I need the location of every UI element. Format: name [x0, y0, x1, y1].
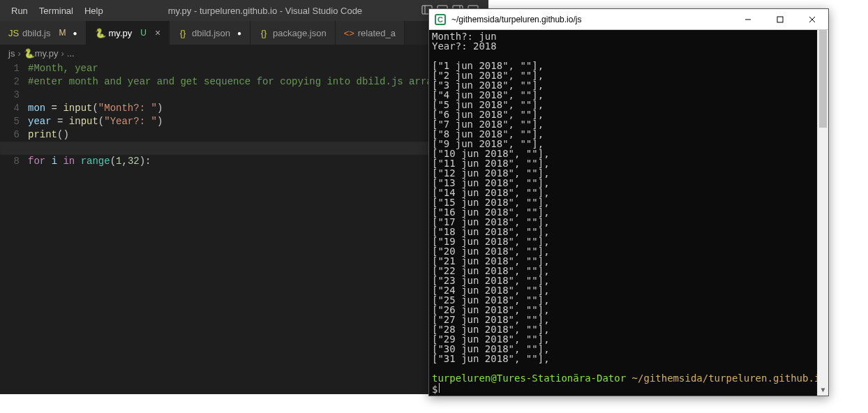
terminal-output-line: ["11 jun 2018", ""], — [432, 158, 825, 168]
tabbar: JSdbild.jsM●🐍my.pyU×{}dbild.json●{}packa… — [0, 21, 488, 45]
code-token: = — [52, 116, 69, 127]
window-title: my.py - turpeluren.github.io - Visual St… — [109, 6, 421, 16]
terminal-output-line: ["18 jun 2018", ""], — [432, 227, 825, 236]
minimize-button[interactable] — [732, 9, 764, 30]
file-icon: <> — [344, 28, 354, 38]
line-number: 3 — [0, 89, 20, 102]
breadcrumb[interactable]: js › 🐍 my.py › ... — [0, 45, 488, 61]
menu-help[interactable]: Help — [79, 6, 109, 16]
terminal-line: Year?: 2018 — [432, 41, 825, 51]
terminal-output-line: ["23 jun 2018", ""], — [432, 276, 825, 285]
tab-my-py[interactable]: 🐍my.pyU× — [87, 21, 170, 45]
terminal-output-line: ["17 jun 2018", ""], — [432, 217, 825, 227]
terminal-output-line: ["13 jun 2018", ""], — [432, 178, 825, 188]
terminal-output-line: ["27 jun 2018", ""], — [432, 315, 825, 324]
terminal-output-line: ["21 jun 2018", ""], — [432, 256, 825, 266]
terminal-output-line: ["4 jun 2018", ""], — [432, 90, 825, 100]
terminal-body[interactable]: Month?: junYear?: 2018 ["1 jun 2018", ""… — [429, 30, 828, 396]
terminal-output-line: ["8 jun 2018", ""], — [432, 129, 825, 139]
code-line[interactable]: #Month, year — [28, 62, 488, 75]
code-token: range — [81, 156, 110, 167]
code-token: ( — [98, 116, 104, 127]
tab-dbild-json[interactable]: {}dbild.json● — [170, 21, 250, 45]
menu-terminal[interactable]: Terminal — [33, 6, 79, 16]
line-number: 2 — [0, 75, 20, 89]
code-token: "Month?: " — [98, 103, 157, 114]
line-number: 8 — [0, 155, 20, 168]
line-number: 1 — [0, 62, 20, 75]
maximize-button[interactable] — [764, 9, 796, 30]
code-line[interactable]: year = input("Year?: ") — [28, 115, 488, 128]
svg-rect-10 — [777, 17, 783, 22]
terminal-output-line: ["10 jun 2018", ""], — [432, 149, 825, 158]
git-status-badge: U — [140, 28, 147, 38]
chevron-right-icon: › — [17, 48, 20, 59]
terminal-line — [432, 363, 825, 373]
prompt-path: ~/githemsida/turpeluren.github.io/js — [632, 373, 828, 384]
editor[interactable]: 12345678 #Month, year#enter month and ye… — [0, 61, 488, 394]
terminal-output-line: ["16 jun 2018", ""], — [432, 207, 825, 217]
code-token: , — [121, 156, 127, 167]
file-icon: 🐍 — [95, 28, 105, 38]
terminal-prompt-line[interactable]: $ — [432, 383, 825, 394]
code-line[interactable]: #enter month and year and get sequence f… — [28, 75, 488, 89]
terminal-line: Month?: jun — [432, 31, 825, 41]
file-icon: {} — [178, 28, 188, 38]
chevron-right-icon: › — [61, 48, 63, 59]
breadcrumb-root[interactable]: js — [8, 48, 15, 59]
terminal-line — [432, 51, 825, 61]
terminal-output-line: ["22 jun 2018", ""], — [432, 266, 825, 276]
terminal-output-line: ["5 jun 2018", ""], — [432, 100, 825, 110]
tab-label: my.py — [109, 28, 133, 38]
code-token: year — [28, 116, 52, 127]
line-number: 4 — [0, 102, 20, 115]
terminal-output-line: ["6 jun 2018", ""], — [432, 110, 825, 119]
vscode-window: Run Terminal Help my.py - turpeluren.git… — [0, 0, 488, 394]
terminal-output-line: ["25 jun 2018", ""], — [432, 295, 825, 305]
modified-dot-icon: ● — [237, 29, 241, 37]
tab-dbild-js[interactable]: JSdbild.jsM● — [0, 21, 87, 45]
tab-related_a[interactable]: <>related_a — [336, 21, 405, 45]
file-icon: JS — [8, 28, 18, 38]
breadcrumb-file[interactable]: my.py — [35, 48, 59, 59]
code-token: mon — [28, 103, 45, 114]
terminal-output-line: ["1 jun 2018", ""], — [432, 61, 825, 70]
code-token: i — [52, 156, 57, 167]
prompt-user: turpeluren@Tures-Stationära-Dator — [432, 373, 626, 384]
code-token: = — [45, 103, 63, 114]
terminal-output-line: ["20 jun 2018", ""], — [432, 246, 825, 256]
terminal-title: ~/githemsida/turpeluren.github.io/js — [451, 15, 581, 24]
terminal-cursor — [439, 383, 444, 393]
code-token: input — [69, 116, 98, 127]
scrollbar-thumb[interactable] — [819, 30, 827, 128]
code-token: ) — [157, 103, 163, 114]
terminal-titlebar[interactable]: C ~/githemsida/turpeluren.github.io/js — [429, 9, 828, 30]
terminal-output-line: ["3 jun 2018", ""], — [432, 80, 825, 90]
file-icon: {} — [259, 28, 269, 38]
terminal-output-line: ["28 jun 2018", ""], — [432, 324, 825, 334]
breadcrumb-more[interactable]: ... — [67, 48, 75, 59]
tab-label: dbild.js — [22, 28, 50, 38]
terminal-output-line: ["29 jun 2018", ""], — [432, 334, 825, 344]
terminal-output-line: ["24 jun 2018", ""], — [432, 285, 825, 295]
terminal-output-line: ["26 jun 2018", ""], — [432, 305, 825, 315]
code-token: "Year?: " — [104, 116, 157, 127]
close-icon[interactable]: × — [155, 27, 160, 38]
code-line[interactable]: for i in range(1,32): — [28, 155, 488, 168]
tab-package-json[interactable]: {}package.json — [250, 21, 336, 45]
code-area[interactable]: #Month, year#enter month and year and ge… — [28, 61, 488, 394]
close-button[interactable] — [796, 9, 828, 30]
code-line[interactable]: mon = input("Month?: ") — [28, 102, 488, 115]
scroll-down-icon[interactable]: ▼ — [818, 384, 828, 396]
tab-label: package.json — [273, 28, 327, 38]
code-token: () — [57, 129, 69, 140]
code-line[interactable]: print() — [28, 128, 488, 142]
terminal-prompt[interactable]: turpeluren@Tures-Stationära-Dator ~/gith… — [432, 373, 825, 383]
code-line[interactable] — [28, 89, 488, 102]
terminal-output-line: ["15 jun 2018", ""], — [432, 197, 825, 207]
code-token: ): — [140, 156, 151, 167]
terminal-scrollbar[interactable]: ▲ ▼ — [817, 30, 828, 396]
tab-label: related_a — [358, 28, 396, 38]
menu-run[interactable]: Run — [6, 6, 33, 16]
code-line[interactable] — [0, 142, 488, 155]
